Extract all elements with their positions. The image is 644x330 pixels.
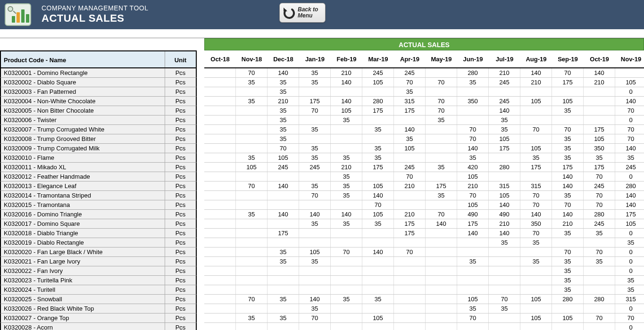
back-arrow-icon	[282, 6, 296, 20]
data-cell: 35	[268, 248, 299, 256]
product-name: K0320019 - Diablo Rectangle	[1, 238, 165, 247]
data-cell: 35	[299, 78, 331, 87]
data-cell	[426, 257, 457, 266]
data-cell: 35	[552, 134, 584, 143]
product-row: K0320021 - Fan Large IvoryPcs	[0, 257, 197, 266]
data-cell: 175	[552, 78, 584, 87]
data-cell: 210	[331, 68, 362, 77]
data-cell: 35	[426, 191, 457, 200]
data-row: 353535350	[204, 116, 644, 125]
data-cell: 35	[520, 257, 552, 266]
product-row: K0320028 - AcornPcs	[0, 323, 197, 330]
data-cell: 35	[584, 229, 615, 238]
data-row: 353535175140175210350210245105	[204, 219, 644, 229]
product-unit: Pcs	[165, 116, 196, 124]
data-cell	[394, 276, 426, 285]
data-cell: 35	[552, 229, 584, 238]
data-cell	[362, 266, 394, 275]
data-cell	[268, 238, 299, 247]
data-cell	[204, 97, 236, 106]
product-header-row: Product Code - Name Unit	[0, 50, 197, 68]
product-row: K0320011 - Mikado XLPcs	[0, 163, 197, 172]
data-cell: 245	[615, 163, 644, 172]
data-cell: 35	[552, 257, 584, 266]
data-row: 3570105140700	[204, 172, 644, 182]
data-cell: 35	[489, 238, 520, 247]
product-unit: Pcs	[165, 68, 196, 77]
data-cell	[236, 323, 268, 330]
product-name: K0320003 - Fan Patterned	[1, 87, 165, 96]
product-unit: Pcs	[165, 182, 196, 190]
data-cell: 0	[615, 257, 644, 266]
data-cell	[426, 87, 457, 96]
data-cell	[615, 68, 644, 77]
data-row: 35105701407070700	[204, 248, 644, 257]
data-cell: 35	[236, 314, 268, 322]
data-cell: 105	[552, 97, 584, 106]
product-row: K0320025 - SnowballPcs	[0, 295, 197, 304]
data-cell: 35	[584, 257, 615, 266]
back-to-menu-button[interactable]: Back to Menu	[279, 3, 326, 23]
product-row: K0320004 - Non-White ChocolatePcs	[0, 97, 197, 106]
month-header: Nov-18	[236, 50, 268, 67]
data-cell: 245	[584, 219, 615, 228]
data-cell: 210	[394, 210, 426, 219]
data-cell: 175	[457, 219, 489, 228]
data-cell: 35	[615, 285, 644, 294]
data-cell	[236, 304, 268, 313]
data-cell: 35	[552, 285, 584, 294]
data-cell	[489, 276, 520, 285]
data-cell	[331, 323, 362, 330]
data-cell: 140	[552, 172, 584, 181]
data-cell	[426, 229, 457, 238]
data-cell: 210	[489, 68, 520, 77]
data-cell: 105	[584, 134, 615, 143]
data-cell: 140	[457, 144, 489, 153]
data-cell	[489, 172, 520, 181]
product-unit: Pcs	[165, 210, 196, 219]
app-header: COMPANY MANAGEMENT TOOL ACTUAL SALES Bac…	[0, 0, 644, 29]
data-cell	[520, 285, 552, 294]
data-row: 351053535353535353535	[204, 153, 644, 163]
product-name: K0320012 - Feather Handmade	[1, 172, 165, 181]
data-cell	[394, 257, 426, 266]
data-cell: 350	[457, 97, 489, 106]
data-cell	[520, 304, 552, 313]
data-cell: 105	[520, 295, 552, 304]
data-cell: 35	[299, 219, 331, 228]
data-cell	[362, 134, 394, 143]
data-cell	[552, 238, 584, 247]
data-cell	[394, 191, 426, 200]
data-cell	[520, 248, 552, 256]
data-cell	[331, 200, 362, 209]
data-cell: 245	[268, 163, 299, 172]
data-cell	[489, 153, 520, 162]
data-cell: 35	[457, 153, 489, 162]
product-unit: Pcs	[165, 153, 196, 162]
data-cell: 0	[615, 87, 644, 96]
data-cell	[362, 87, 394, 96]
data-cell: 105	[457, 172, 489, 181]
data-cell: 35	[362, 144, 394, 153]
data-cell	[204, 163, 236, 172]
data-cell: 140	[615, 97, 644, 106]
data-cell	[457, 87, 489, 96]
data-row: 3535353535350	[204, 257, 644, 266]
data-cell: 0	[615, 229, 644, 238]
data-cell: 210	[394, 182, 426, 190]
data-cell	[299, 200, 331, 209]
data-cell: 35	[552, 106, 584, 115]
product-row: K0320001 - Domino RectanglePcs	[0, 68, 197, 78]
product-name: K0320020 - Fan Large Black / White	[1, 248, 165, 256]
data-cell: 35	[426, 116, 457, 124]
data-cell	[331, 314, 362, 322]
data-cell: 70	[520, 191, 552, 200]
data-cell	[520, 106, 552, 115]
data-cell: 210	[268, 97, 299, 106]
data-cell: 105	[457, 200, 489, 209]
data-cell	[457, 276, 489, 285]
data-cell	[268, 304, 299, 313]
data-cell: 70	[426, 78, 457, 87]
product-unit: Pcs	[165, 323, 196, 330]
data-cell: 140	[489, 229, 520, 238]
